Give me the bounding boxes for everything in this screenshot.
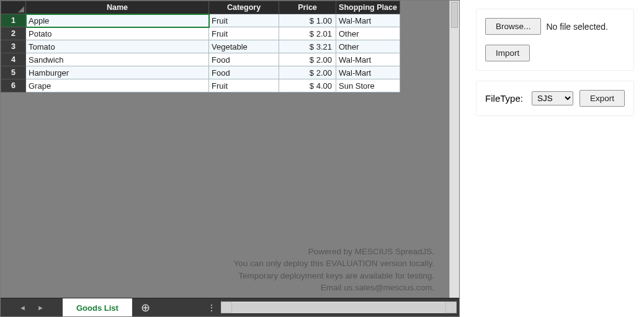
row-header[interactable]: 5 xyxy=(1,66,26,79)
cell[interactable]: Food xyxy=(209,53,279,66)
table-row[interactable]: 6GrapeFruit$ 4.00Sun Store xyxy=(1,79,400,92)
cell[interactable]: $ 1.00 xyxy=(279,14,336,27)
spreadsheet-area: Name Category Price Shopping Place 1Appl… xyxy=(0,0,460,317)
tab-next-icon[interactable]: ► xyxy=(37,304,44,311)
table-row[interactable]: 4SandwichFood$ 2.00Wal-Mart xyxy=(1,53,400,66)
cell[interactable]: $ 2.01 xyxy=(279,27,336,40)
row-header[interactable]: 1 xyxy=(1,14,26,27)
sheet-tab-active[interactable]: Goods List xyxy=(63,298,132,316)
cell[interactable]: $ 4.00 xyxy=(279,79,336,92)
select-all-corner[interactable] xyxy=(1,1,26,14)
row-header[interactable]: 6 xyxy=(1,79,26,92)
column-header[interactable]: Category xyxy=(209,1,279,14)
tab-menu-icon[interactable]: ⋮ xyxy=(202,298,221,316)
import-button[interactable]: Import xyxy=(485,45,530,61)
cell[interactable]: Tomato xyxy=(26,40,209,53)
vertical-scrollbar[interactable] xyxy=(449,1,459,298)
cell[interactable]: Apple xyxy=(26,14,209,27)
add-sheet-icon[interactable]: ⊕ xyxy=(132,298,159,316)
table-row[interactable]: 3TomatoVegetable$ 3.21Other xyxy=(1,40,400,53)
export-button[interactable]: Export xyxy=(579,90,625,107)
cell[interactable]: Sandwich xyxy=(26,53,209,66)
cell[interactable]: Fruit xyxy=(209,27,279,40)
evaluation-watermark: Powered by MESCIUS SpreadJS. You can onl… xyxy=(233,246,434,294)
cell[interactable]: Sun Store xyxy=(336,79,400,92)
cell[interactable]: Potato xyxy=(26,27,209,40)
sheet-tab-strip: ◄ ► Goods List ⊕ ⋮ xyxy=(1,298,459,316)
column-header[interactable]: Name xyxy=(26,1,209,14)
data-grid[interactable]: Name Category Price Shopping Place 1Appl… xyxy=(1,1,400,92)
cell[interactable]: Fruit xyxy=(209,79,279,92)
horizontal-scrollbar[interactable] xyxy=(221,301,457,313)
cell[interactable]: Grape xyxy=(26,79,209,92)
cell[interactable]: Hamburger xyxy=(26,66,209,79)
cell[interactable]: Wal-Mart xyxy=(336,14,400,27)
row-header[interactable]: 3 xyxy=(1,40,26,53)
side-panel: Browse... No file selected. Import FileT… xyxy=(460,0,644,317)
column-header[interactable]: Shopping Place xyxy=(336,1,400,14)
cell[interactable]: $ 3.21 xyxy=(279,40,336,53)
tab-prev-icon[interactable]: ◄ xyxy=(19,304,26,311)
table-row[interactable]: 5HamburgerFood$ 2.00Wal-Mart xyxy=(1,66,400,79)
filetype-label: FileType: xyxy=(485,93,523,104)
file-status-text: No file selected. xyxy=(546,22,608,32)
column-header[interactable]: Price xyxy=(279,1,336,14)
table-row[interactable]: 2PotatoFruit$ 2.01Other xyxy=(1,27,400,40)
filetype-select[interactable]: SJSXLSXCSVJSON xyxy=(532,91,573,105)
cell[interactable]: $ 2.00 xyxy=(279,53,336,66)
cell[interactable]: $ 2.00 xyxy=(279,66,336,79)
cell[interactable]: Wal-Mart xyxy=(336,53,400,66)
cell[interactable]: Food xyxy=(209,66,279,79)
row-header[interactable]: 2 xyxy=(1,27,26,40)
cell[interactable]: Wal-Mart xyxy=(336,66,400,79)
cell[interactable]: Other xyxy=(336,27,400,40)
cell[interactable]: Fruit xyxy=(209,14,279,27)
table-row[interactable]: 1AppleFruit$ 1.00Wal-Mart xyxy=(1,14,400,27)
cell[interactable]: Vegetable xyxy=(209,40,279,53)
cell[interactable]: Other xyxy=(336,40,400,53)
row-header[interactable]: 4 xyxy=(1,53,26,66)
browse-button[interactable]: Browse... xyxy=(485,18,541,35)
